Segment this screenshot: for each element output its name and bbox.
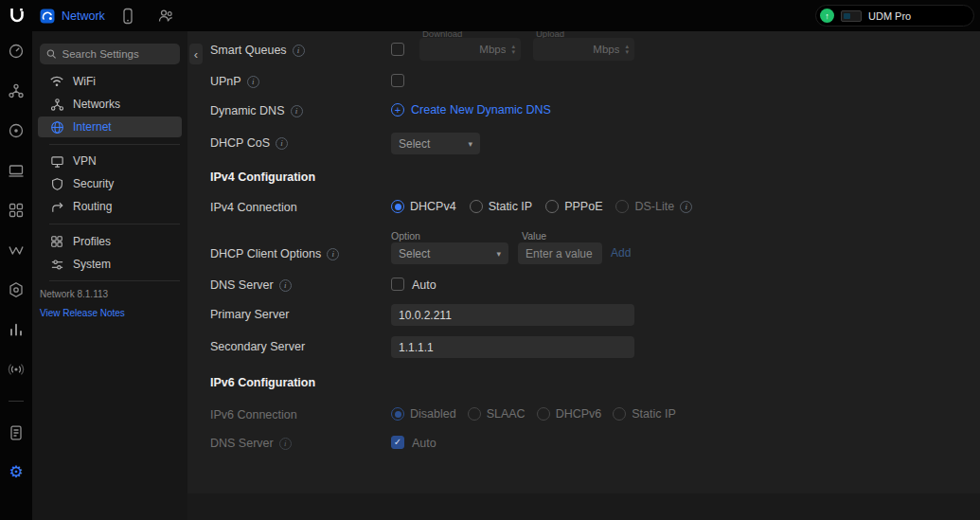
info-icon[interactable]: i (327, 248, 339, 260)
unifi-network-settings-window: Network ↑ UDM Pro (0, 0, 980, 520)
release-notes-link[interactable]: View Release Notes (40, 308, 125, 318)
radio-static-ip[interactable]: Static IP (470, 200, 533, 213)
info-icon[interactable]: i (276, 137, 288, 150)
chevron-down-icon: ▾ (468, 139, 472, 149)
app-icon-rail: ⚙ (0, 31, 32, 520)
sidebar-item-label: Routing (73, 200, 112, 213)
sidebar-item-networks[interactable]: Networks (38, 94, 182, 115)
add-option-button: Add (611, 246, 631, 260)
wifi-icon (49, 74, 64, 89)
radio-ds-lite: DS-Lite i (615, 200, 692, 213)
ipv4-connection-label: IPv4 Connection (210, 200, 297, 215)
sidebar-item-internet[interactable]: Internet (38, 117, 182, 137)
content-bottom-strip (187, 493, 980, 520)
smart-queues-label: Smart Queues i (210, 43, 305, 58)
info-icon[interactable]: i (293, 45, 305, 57)
udm-device-thumbnail (841, 10, 862, 22)
network-tab-label: Network (62, 9, 105, 23)
phone-app-icon[interactable] (119, 8, 136, 25)
radio-icon (613, 407, 626, 421)
network-app-tab[interactable]: Network (40, 0, 105, 31)
primary-server-label: Primary Server (210, 307, 289, 322)
sidebar-item-profiles[interactable]: Profiles (38, 231, 182, 252)
shield-icon (49, 176, 64, 191)
download-speed-input (427, 44, 506, 55)
ipv6-dns-server-label: DNS Server i (210, 436, 292, 451)
topology-icon[interactable] (8, 82, 25, 99)
create-dynamic-dns-button[interactable]: + Create New Dynamic DNS (391, 103, 551, 117)
sidebar-divider (49, 144, 180, 145)
info-icon[interactable]: i (279, 279, 292, 292)
globe-icon (49, 119, 64, 134)
sidebar-collapse-button[interactable]: ‹ (189, 44, 203, 64)
dhcp-client-option-value-input[interactable] (518, 242, 602, 264)
chevron-left-icon: ‹ (194, 47, 198, 62)
radio-pppoe[interactable]: PPPoE (545, 200, 602, 213)
system-sliders-icon (49, 257, 64, 272)
check-icon: ✓ (394, 437, 401, 447)
ipv6-dns-auto-checkbox: ✓ (391, 436, 404, 449)
system-hex-icon[interactable] (8, 281, 25, 298)
info-icon[interactable]: i (291, 105, 303, 117)
upload-stepper: ▴ ▾ (625, 44, 629, 55)
radios-broadcast-icon[interactable] (8, 361, 25, 378)
settings-gear-icon[interactable]: ⚙ (8, 464, 25, 481)
ubiquiti-logo-icon[interactable] (8, 6, 27, 25)
info-icon[interactable]: i (247, 76, 259, 88)
ipv4-section-header: IPv4 Configuration (210, 170, 315, 184)
dns-server-label: DNS Server i (210, 278, 292, 293)
radio-icon (615, 200, 629, 213)
vpn-icon (49, 153, 64, 169)
smart-queues-checkbox[interactable] (391, 43, 404, 56)
info-icon: i (279, 438, 292, 450)
info-icon[interactable]: i (680, 201, 692, 213)
dhcp-cos-label: DHCP CoS i (210, 135, 288, 151)
sidebar-item-system[interactable]: System (38, 254, 182, 275)
dns-auto-checkbox[interactable] (391, 278, 404, 291)
apps-grid-icon[interactable] (8, 202, 25, 219)
dhcp-client-option-select[interactable]: Select ▾ (391, 242, 508, 264)
clients-icon[interactable] (8, 162, 25, 179)
secondary-server-input[interactable] (391, 336, 634, 358)
sidebar-item-wifi[interactable]: WiFi (38, 71, 182, 92)
profiles-grid-icon (49, 234, 64, 249)
dynamic-dns-label: Dynamic DNS i (210, 103, 303, 118)
upload-speed-input (541, 44, 619, 55)
controller-version: Network 8.1.113 (40, 289, 108, 299)
sidebar-item-vpn[interactable]: VPN (38, 151, 182, 171)
dns-auto-label: Auto (412, 278, 437, 292)
upload-speed-field: ▴ ▾ (533, 38, 634, 61)
logs-icon[interactable] (8, 424, 25, 441)
statistics-icon[interactable] (8, 321, 25, 338)
primary-server-input[interactable] (391, 304, 634, 326)
radio-selected-icon (391, 200, 404, 213)
status-online-icon: ↑ (820, 9, 834, 23)
upnp-checkbox[interactable] (391, 74, 404, 87)
radio-ipv6-disabled: Disabled (391, 407, 456, 421)
dashboard-icon[interactable] (8, 43, 25, 60)
devices-icon[interactable] (8, 122, 25, 139)
settings-search[interactable] (40, 44, 180, 64)
ipv6-section-header: IPv6 Configuration (210, 376, 315, 389)
ipv6-dns-auto-label: Auto (412, 437, 437, 450)
device-selector[interactable]: ↑ UDM Pro (815, 5, 974, 27)
dhcp-cos-select[interactable]: Select ▾ (391, 133, 480, 154)
settings-sidebar: WiFi Networks Internet VPN Securit (32, 31, 187, 520)
option-column-label: Option (391, 230, 420, 242)
sidebar-divider (49, 280, 180, 281)
sidebar-item-security[interactable]: Security (38, 173, 182, 194)
wifiman-icon[interactable] (8, 242, 25, 259)
radio-dhcpv4[interactable]: DHCPv4 (391, 200, 456, 213)
sidebar-item-label: VPN (73, 154, 97, 168)
sidebar-item-label: WiFi (73, 75, 96, 88)
search-input[interactable] (62, 48, 173, 60)
stepper-down-icon: ▾ (511, 49, 515, 55)
networks-topology-icon (49, 97, 64, 112)
radio-slaac: SLAAC (468, 407, 526, 421)
sidebar-item-routing[interactable]: Routing (38, 196, 182, 217)
users-app-icon[interactable] (157, 8, 174, 25)
device-name: UDM Pro (868, 10, 911, 22)
radio-icon (545, 200, 559, 213)
network-app-icon (40, 9, 55, 24)
top-bar: Network ↑ UDM Pro (0, 0, 980, 31)
